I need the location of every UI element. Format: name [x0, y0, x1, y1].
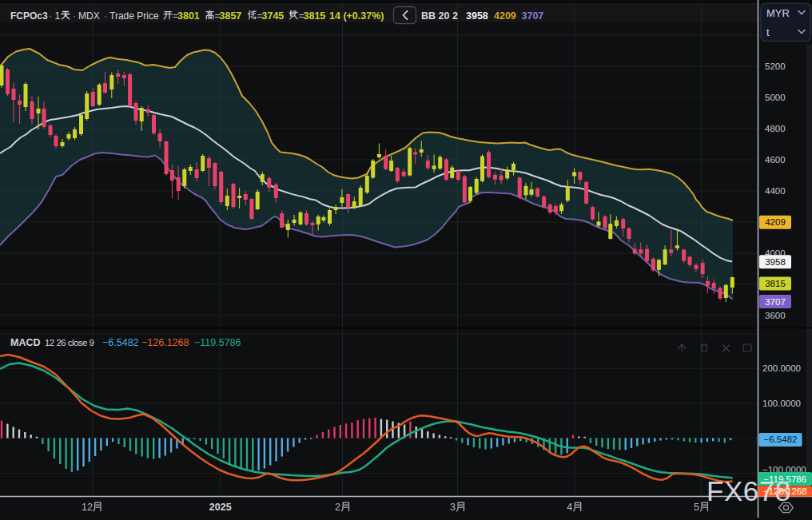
svg-text:3600: 3600 — [765, 311, 786, 320]
svg-text:3958: 3958 — [466, 10, 488, 22]
svg-text:3745: 3745 — [262, 10, 285, 22]
svg-text:MACD: MACD — [10, 337, 41, 348]
svg-text:MYR: MYR — [766, 7, 790, 19]
svg-text:14 (+0.37%): 14 (+0.37%) — [329, 10, 384, 22]
svg-text:4: 4 — [567, 502, 572, 513]
svg-text:5: 5 — [694, 502, 699, 513]
svg-text:t: t — [766, 26, 770, 38]
svg-text:−6.5482: −6.5482 — [764, 435, 798, 444]
svg-text:12: 12 — [82, 502, 93, 513]
svg-text:4209: 4209 — [494, 10, 516, 22]
svg-text:Trade Price: Trade Price — [109, 10, 159, 22]
svg-text:·: · — [73, 10, 76, 22]
svg-text:·: · — [49, 10, 52, 22]
svg-text:2025: 2025 — [209, 502, 232, 513]
svg-text:FX678: FX678 — [707, 475, 791, 506]
svg-text:5000: 5000 — [765, 93, 786, 102]
svg-text:3: 3 — [450, 502, 456, 513]
svg-text:2: 2 — [335, 502, 340, 513]
svg-text:100.0000: 100.0000 — [762, 399, 801, 408]
svg-text:4600: 4600 — [765, 155, 786, 165]
svg-text:·: · — [104, 10, 107, 22]
svg-text:3815: 3815 — [765, 279, 786, 288]
svg-text:−126.1268: −126.1268 — [141, 337, 189, 348]
svg-text:3707: 3707 — [765, 297, 786, 307]
svg-text:MDX: MDX — [78, 10, 100, 22]
svg-text:−119.5786: −119.5786 — [194, 337, 241, 348]
svg-text:3707: 3707 — [522, 10, 544, 22]
svg-text:BB 20 2: BB 20 2 — [421, 10, 458, 22]
svg-text:3801: 3801 — [177, 10, 200, 22]
svg-text:12 26 close 9: 12 26 close 9 — [45, 338, 94, 347]
svg-text:4400: 4400 — [765, 186, 786, 196]
svg-text:3815: 3815 — [304, 10, 326, 22]
svg-text:3857: 3857 — [220, 10, 242, 22]
svg-text:−6.5482: −6.5482 — [102, 337, 139, 348]
svg-text:4800: 4800 — [765, 124, 786, 133]
svg-text:4209: 4209 — [765, 217, 786, 227]
svg-text:FCPOc3: FCPOc3 — [10, 10, 48, 22]
svg-text:200.0000: 200.0000 — [762, 363, 801, 373]
svg-text:5200: 5200 — [765, 62, 786, 71]
svg-text:1: 1 — [55, 10, 61, 22]
svg-text:3958: 3958 — [765, 257, 786, 267]
